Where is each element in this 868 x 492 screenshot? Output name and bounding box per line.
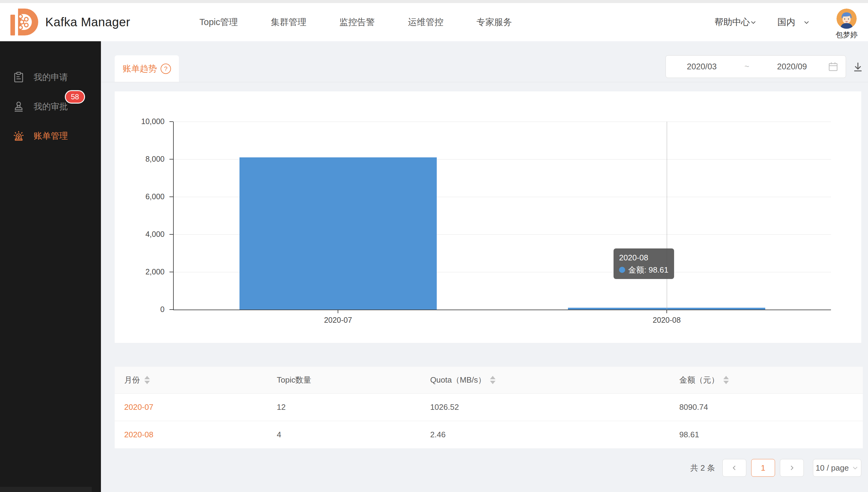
region-label: 国内 bbox=[777, 16, 795, 28]
y-axis-tick bbox=[169, 121, 173, 122]
date-separator: ~ bbox=[738, 62, 756, 72]
sidebar: 我的申请我的审批58账单管理 bbox=[0, 41, 101, 492]
bill-trend-chart-card: 02,0004,0006,0008,00010,0002020-072020-0… bbox=[115, 91, 861, 343]
sidebar-item-label: 我的申请 bbox=[33, 72, 68, 83]
nav-item-Topic管理[interactable]: Topic管理 bbox=[200, 16, 238, 28]
tooltip-title: 2020-08 bbox=[619, 251, 668, 264]
pagination-total: 共 2 条 bbox=[690, 463, 715, 473]
question-circle-icon[interactable]: ? bbox=[161, 64, 171, 74]
kafka-manager-logo-icon bbox=[8, 7, 39, 37]
tab-bill-trend[interactable]: 账单趋势 ? bbox=[115, 55, 179, 82]
table-cell: 2020-08 bbox=[115, 430, 267, 439]
chart-gridline bbox=[174, 122, 831, 122]
toolbar: 账单趋势 ? 2020/03 ~ 2020/09 bbox=[101, 55, 868, 82]
date-end-value[interactable]: 2020/09 bbox=[756, 62, 828, 72]
date-range-picker[interactable]: 2020/03 ~ 2020/09 bbox=[665, 55, 846, 78]
main-content: 账单趋势 ? 2020/03 ~ 2020/09 bbox=[101, 41, 868, 492]
tooltip-value-row: 金额: 98.61 bbox=[619, 264, 668, 276]
brand-logo-home[interactable]: Kafka Manager bbox=[8, 7, 130, 37]
nav-item-运维管控[interactable]: 运维管控 bbox=[408, 16, 444, 28]
y-axis-label: 8,000 bbox=[107, 155, 165, 164]
tooltip-value: 金额: 98.61 bbox=[628, 264, 668, 276]
y-axis-tick bbox=[169, 159, 173, 159]
sort-icon[interactable] bbox=[723, 376, 729, 384]
notification-badge: 58 bbox=[65, 90, 85, 104]
sort-icon[interactable] bbox=[144, 376, 150, 384]
calendar-icon[interactable] bbox=[828, 62, 838, 72]
table-cell: 12 bbox=[267, 402, 421, 412]
column-header-label: Quota（MB/s） bbox=[430, 375, 486, 385]
chevron-left-icon bbox=[731, 465, 738, 471]
column-header-月份: 月份 bbox=[115, 375, 267, 385]
bill-table: 月份Topic数量Quota（MB/s）金额（元） 2020-07121026.… bbox=[115, 367, 863, 448]
page-1-button[interactable]: 1 bbox=[751, 459, 775, 477]
chevron-down-icon bbox=[852, 465, 859, 471]
column-header-Quota（MB/s）: Quota（MB/s） bbox=[421, 375, 670, 385]
table-row: 2020-07121026.528090.74 bbox=[115, 393, 863, 421]
table-header-row: 月份Topic数量Quota（MB/s）金额（元） bbox=[115, 367, 863, 393]
region-select[interactable]: 国内 bbox=[777, 16, 810, 28]
sidebar-item-账单管理[interactable]: 账单管理 bbox=[0, 121, 101, 151]
help-center-label: 帮助中心 bbox=[714, 16, 750, 28]
help-center-menu[interactable]: 帮助中心 bbox=[714, 16, 757, 28]
bar-chart: 02,0004,0006,0008,00010,0002020-072020-0… bbox=[174, 122, 831, 310]
download-button[interactable] bbox=[852, 61, 864, 73]
chevron-down-icon bbox=[750, 19, 757, 26]
app-root: Kafka Manager Topic管理集群管理监控告警运维管控专家服务 帮助… bbox=[0, 0, 868, 492]
y-axis-label: 2,000 bbox=[107, 267, 165, 276]
main-nav: Topic管理集群管理监控告警运维管控专家服务 bbox=[200, 3, 512, 41]
user-name: 包梦婷 bbox=[836, 30, 858, 40]
stamp-icon bbox=[13, 101, 24, 113]
x-axis-label: 2020-07 bbox=[301, 316, 375, 324]
next-page-button[interactable] bbox=[780, 459, 804, 477]
chart-tooltip: 2020-08金额: 98.61 bbox=[613, 248, 674, 279]
user-menu[interactable]: 包梦婷 bbox=[836, 8, 858, 40]
pagination: 共 2 条 1 10 / page bbox=[101, 459, 861, 477]
month-link-2020-07[interactable]: 2020-07 bbox=[124, 402, 153, 412]
y-axis-label: 4,000 bbox=[107, 230, 165, 239]
y-axis-tick bbox=[169, 234, 173, 235]
nav-item-集群管理[interactable]: 集群管理 bbox=[271, 16, 306, 28]
x-axis-label: 2020-08 bbox=[630, 316, 703, 324]
y-axis-label: 6,000 bbox=[107, 192, 165, 201]
sidebar-footer-bar[interactable] bbox=[0, 487, 92, 492]
column-header-label: 月份 bbox=[124, 375, 140, 385]
app-title: Kafka Manager bbox=[45, 15, 130, 29]
siren-icon bbox=[13, 130, 24, 142]
y-axis-tick bbox=[169, 196, 173, 197]
avatar bbox=[837, 8, 857, 29]
chart-x-axis bbox=[173, 310, 831, 310]
page-size-select[interactable]: 10 / page bbox=[813, 459, 861, 477]
browser-top-strip bbox=[0, 0, 868, 3]
table-cell: 1026.52 bbox=[421, 402, 670, 412]
table-cell: 8090.74 bbox=[670, 402, 863, 412]
y-axis-label: 10,000 bbox=[107, 117, 165, 126]
nav-item-专家服务[interactable]: 专家服务 bbox=[476, 16, 512, 28]
chart-y-axis bbox=[173, 122, 174, 310]
nav-item-监控告警[interactable]: 监控告警 bbox=[339, 16, 375, 28]
y-axis-label: 0 bbox=[107, 305, 165, 314]
app-header: Kafka Manager Topic管理集群管理监控告警运维管控专家服务 帮助… bbox=[0, 3, 868, 41]
column-header-label: 金额（元） bbox=[679, 375, 719, 385]
y-axis-tick bbox=[169, 272, 173, 272]
tab-label: 账单趋势 bbox=[123, 63, 157, 75]
sidebar-item-我的申请[interactable]: 我的申请 bbox=[0, 63, 101, 92]
clipboard-icon bbox=[13, 72, 24, 83]
series-dot-icon bbox=[619, 267, 625, 273]
column-header-Topic数量: Topic数量 bbox=[267, 375, 421, 385]
chevron-right-icon bbox=[789, 465, 795, 471]
sort-icon[interactable] bbox=[490, 376, 495, 384]
page-size-label: 10 / page bbox=[816, 463, 849, 473]
table-cell: 2.46 bbox=[421, 430, 670, 439]
month-link-2020-08[interactable]: 2020-08 bbox=[124, 430, 153, 439]
header-right: 帮助中心 国内 bbox=[714, 3, 858, 41]
column-header-label: Topic数量 bbox=[277, 375, 311, 385]
column-header-金额（元）: 金额（元） bbox=[670, 375, 863, 385]
sidebar-item-我的审批[interactable]: 我的审批58 bbox=[0, 92, 101, 121]
y-axis-tick bbox=[169, 309, 173, 310]
bar-2020-07[interactable] bbox=[239, 157, 437, 310]
prev-page-button[interactable] bbox=[722, 459, 746, 477]
date-start-value[interactable]: 2020/03 bbox=[666, 62, 738, 72]
table-row: 2020-0842.4698.61 bbox=[115, 421, 863, 448]
table-cell: 4 bbox=[267, 430, 421, 439]
